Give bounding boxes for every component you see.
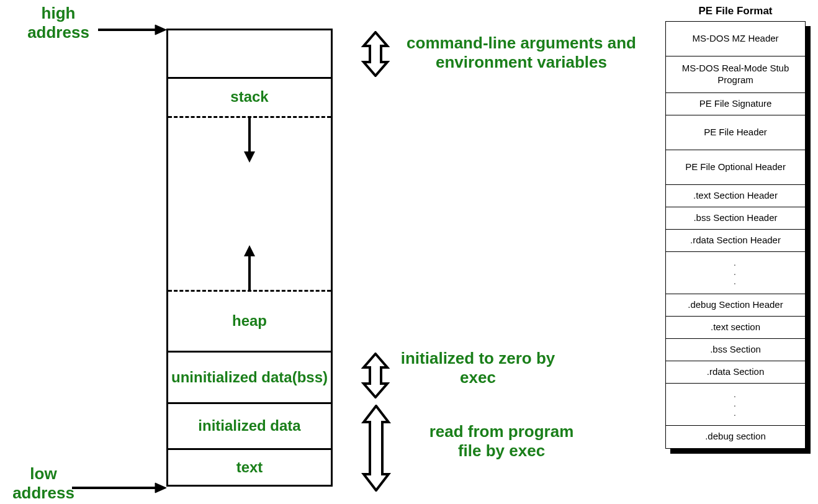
- label-init-zero: initialized to zero by exec: [397, 349, 559, 387]
- segment-gap: [168, 118, 331, 290]
- pe-row-dots-2: ...: [666, 384, 805, 426]
- double-arrow-bss-icon: [361, 353, 390, 398]
- pe-row-pe-optional: PE File Optional Header: [666, 150, 805, 185]
- arrow-heap-grows-up-icon: [242, 245, 257, 290]
- pe-file-format-table: PE File Format MS-DOS MZ Header MS-DOS R…: [665, 5, 806, 449]
- label-high-address: high address: [15, 4, 102, 42]
- pe-row-pe-signature: PE File Signature: [666, 93, 805, 115]
- svg-marker-7: [244, 245, 255, 256]
- label-cmd-env: command-line arguments and environment v…: [397, 34, 645, 72]
- arrow-stack-grows-down-icon: [242, 118, 257, 163]
- memory-column: stack heap uninitialized data(bss) initi…: [166, 29, 333, 487]
- svg-marker-8: [364, 32, 387, 76]
- segment-env: [168, 30, 331, 79]
- double-arrow-read-icon: [361, 405, 391, 492]
- pe-title: PE File Format: [665, 5, 806, 17]
- pe-row-rdata-sec: .rdata Section: [666, 361, 805, 384]
- pe-row-debug-sec: .debug section: [666, 426, 805, 448]
- pe-row-text-hdr: .text Section Header: [666, 185, 805, 207]
- segment-init: initialized data: [168, 404, 331, 450]
- pe-row-bss-sec: .bss Section: [666, 339, 805, 361]
- memory-layout-diagram: high address low address stack: [0, 0, 658, 504]
- arrow-low-address: [67, 482, 168, 494]
- svg-marker-5: [244, 151, 255, 163]
- pe-row-pe-header: PE File Header: [666, 115, 805, 150]
- label-read-file: read from program file by exec: [427, 422, 576, 461]
- pe-list: MS-DOS MZ Header MS-DOS Real-Mode Stub P…: [665, 21, 806, 449]
- svg-marker-1: [155, 25, 166, 35]
- pe-row-debug-hdr: .debug Section Header: [666, 294, 805, 317]
- pe-row-dots-1: ...: [666, 252, 805, 294]
- pe-row-msdos-stub: MS-DOS Real-Mode Stub Program: [666, 56, 805, 93]
- segment-stack: stack: [168, 79, 331, 116]
- segment-text: text: [168, 450, 331, 485]
- arrow-high-address: [93, 24, 168, 36]
- svg-marker-3: [155, 483, 166, 493]
- pe-row-text-sec: .text section: [666, 317, 805, 339]
- pe-row-msdos-mz: MS-DOS MZ Header: [666, 22, 805, 56]
- svg-marker-9: [364, 354, 387, 397]
- pe-row-rdata-hdr: .rdata Section Header: [666, 230, 805, 252]
- double-arrow-env-icon: [361, 31, 390, 77]
- segment-bss: uninitialized data(bss): [168, 353, 331, 405]
- svg-marker-10: [364, 406, 389, 490]
- segment-heap: heap: [168, 292, 331, 353]
- pe-row-bss-hdr: .bss Section Header: [666, 207, 805, 230]
